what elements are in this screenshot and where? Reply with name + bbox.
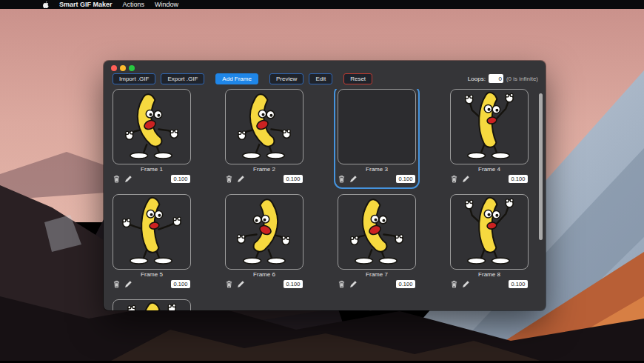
frame-controls	[113, 175, 191, 183]
frames-grid: Frame 1 Frame 2	[113, 89, 533, 310]
export-gif-button[interactable]: Export .GIF	[161, 73, 204, 84]
frame-thumbnail[interactable]	[450, 194, 529, 270]
reset-button[interactable]: Reset	[343, 73, 372, 84]
delete-frame-icon[interactable]	[451, 280, 457, 288]
frame-cell[interactable]: Frame 6	[225, 194, 303, 290]
zoom-button[interactable]	[129, 65, 135, 71]
frame-label: Frame 1	[113, 166, 191, 173]
frame-cell[interactable]: Frame 8	[450, 194, 529, 290]
edit-frame-icon[interactable]	[124, 175, 133, 183]
loops-label: Loops:	[468, 76, 486, 82]
apple-menu-icon[interactable]	[42, 1, 49, 9]
frame-thumbnail[interactable]	[450, 89, 529, 164]
edit-frame-icon[interactable]	[462, 280, 470, 288]
import-gif-button[interactable]: Import .GIF	[113, 73, 155, 84]
loops-hint: (0 is infinite)	[506, 76, 538, 82]
edit-frame-icon[interactable]	[237, 175, 245, 183]
frame-cell[interactable]	[113, 299, 191, 310]
desktop: Smart GIF Maker Actions Window Import .G…	[0, 0, 644, 363]
edit-frame-icon[interactable]	[462, 175, 470, 183]
toolbar: Import .GIF Export .GIF Add Frame Previe…	[113, 73, 538, 84]
delete-frame-icon[interactable]	[338, 175, 345, 183]
app-window: Import .GIF Export .GIF Add Frame Previe…	[104, 61, 546, 310]
frame-label: Frame 8	[450, 271, 529, 279]
delete-frame-icon[interactable]	[451, 175, 457, 183]
edit-frame-icon[interactable]	[349, 280, 358, 288]
frame-cell[interactable]: Frame 4	[450, 89, 529, 185]
frame-thumbnail[interactable]	[225, 89, 303, 164]
delete-frame-icon[interactable]	[338, 280, 345, 288]
frame-thumbnail[interactable]	[338, 194, 416, 270]
frame-controls	[113, 280, 191, 288]
frame-cell[interactable]: Frame 5	[113, 194, 191, 290]
frame-label: Frame 4	[450, 166, 529, 173]
frame-thumbnail[interactable]	[113, 299, 191, 310]
frame-controls	[338, 175, 416, 183]
frame-controls	[450, 280, 529, 288]
frame-delay-input[interactable]	[171, 175, 190, 183]
frame-delay-input[interactable]	[284, 280, 303, 288]
delete-frame-icon[interactable]	[113, 175, 120, 183]
frame-cell[interactable]: Frame 1	[113, 89, 191, 185]
preview-button[interactable]: Preview	[269, 73, 303, 84]
edit-button[interactable]: Edit	[309, 73, 332, 84]
frame-thumbnail[interactable]	[113, 194, 191, 270]
frame-label: Frame 5	[113, 271, 191, 279]
frame-controls	[450, 175, 529, 183]
frame-delay-input[interactable]	[509, 175, 528, 183]
frame-controls	[225, 175, 303, 183]
edit-frame-icon[interactable]	[237, 280, 245, 288]
menu-window[interactable]: Window	[155, 0, 178, 9]
delete-frame-icon[interactable]	[226, 175, 232, 183]
frame-delay-input[interactable]	[284, 175, 303, 183]
frame-label: Frame 7	[338, 271, 416, 279]
loops-group: Loops: (0 is infinite)	[468, 74, 538, 83]
frame-controls	[338, 280, 416, 288]
frame-delay-input[interactable]	[396, 280, 415, 288]
frame-label: Frame 6	[225, 271, 303, 279]
delete-frame-icon[interactable]	[113, 280, 120, 288]
loops-input[interactable]	[489, 74, 503, 83]
menu-actions[interactable]: Actions	[123, 0, 145, 9]
frame-cell[interactable]: Frame 2	[225, 89, 303, 185]
add-frame-button[interactable]: Add Frame	[215, 73, 258, 84]
frame-cell[interactable]: Frame 3	[338, 89, 416, 185]
menu-app-name[interactable]: Smart GIF Maker	[59, 0, 113, 9]
frame-thumbnail[interactable]	[338, 89, 416, 164]
menu-bar: Smart GIF Maker Actions Window	[0, 0, 644, 9]
delete-frame-icon[interactable]	[226, 280, 232, 288]
frame-controls	[225, 280, 303, 288]
frame-cell[interactable]: Frame 7	[338, 194, 416, 290]
frame-thumbnail[interactable]	[225, 194, 303, 270]
frame-delay-input[interactable]	[509, 280, 528, 288]
edit-frame-icon[interactable]	[349, 175, 358, 183]
scrollbar-thumb[interactable]	[539, 93, 543, 240]
frame-label: Frame 2	[225, 166, 303, 173]
frame-delay-input[interactable]	[396, 175, 415, 183]
frame-label: Frame 3	[338, 166, 416, 173]
frame-delay-input[interactable]	[171, 280, 190, 288]
close-button[interactable]	[111, 65, 117, 71]
minimize-button[interactable]	[120, 65, 126, 71]
edit-frame-icon[interactable]	[124, 280, 133, 288]
frame-thumbnail[interactable]	[113, 89, 191, 164]
